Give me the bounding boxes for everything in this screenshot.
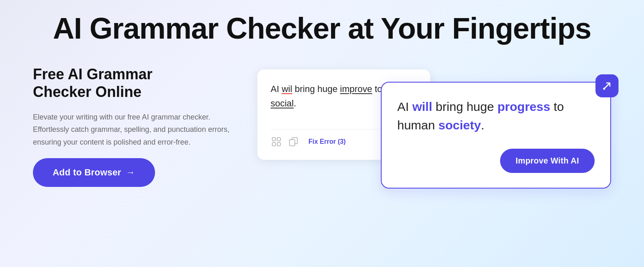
left-description: Elevate your writing with our free AI gr…: [33, 111, 230, 149]
svg-point-6: [603, 88, 605, 90]
right-panel: AI wil bring huge improve to human socia…: [257, 65, 611, 160]
left-subtitle: Free AI GrammarChecker Online: [33, 65, 230, 101]
corrected-card: AI will bring huge progress to human soc…: [381, 82, 611, 189]
corrected-word-society: society: [438, 118, 481, 132]
svg-rect-0: [272, 138, 276, 141]
page-container: AI Grammar Checker at Your Fingertips Fr…: [0, 0, 644, 267]
error-word-improve: improve: [340, 84, 372, 94]
corrected-word-will: will: [412, 100, 432, 113]
text-period: .: [294, 98, 296, 108]
corrected-word-progress: progress: [497, 100, 550, 113]
corrected-text: AI will bring huge progress to human soc…: [397, 97, 595, 134]
text-before: AI: [271, 84, 282, 94]
error-word-wil: wil: [282, 84, 292, 94]
svg-rect-3: [277, 143, 280, 146]
fix-error-button[interactable]: Fix Error (3): [305, 136, 349, 147]
corrected-text-before: AI: [397, 100, 412, 113]
arrow-icon: →: [126, 167, 135, 178]
copy-icon[interactable]: [288, 136, 299, 147]
content-area: Free AI GrammarChecker Online Elevate yo…: [33, 65, 611, 187]
svg-rect-2: [272, 143, 276, 146]
corrected-text-period: .: [481, 118, 484, 132]
add-to-browser-button[interactable]: Add to Browser →: [33, 158, 155, 187]
svg-rect-5: [290, 140, 295, 146]
text-middle1: bring huge: [292, 84, 340, 94]
improve-with-ai-button[interactable]: Improve With AI: [500, 149, 595, 173]
ai-badge: [595, 74, 619, 97]
hero-title: AI Grammar Checker at Your Fingertips: [53, 12, 591, 45]
corrected-text-middle1: bring huge: [432, 100, 497, 113]
error-word-social: social: [271, 98, 294, 108]
left-panel: Free AI GrammarChecker Online Elevate yo…: [33, 65, 230, 187]
svg-rect-1: [277, 138, 280, 141]
add-to-browser-label: Add to Browser: [53, 167, 121, 178]
grid-icon[interactable]: [271, 136, 282, 147]
